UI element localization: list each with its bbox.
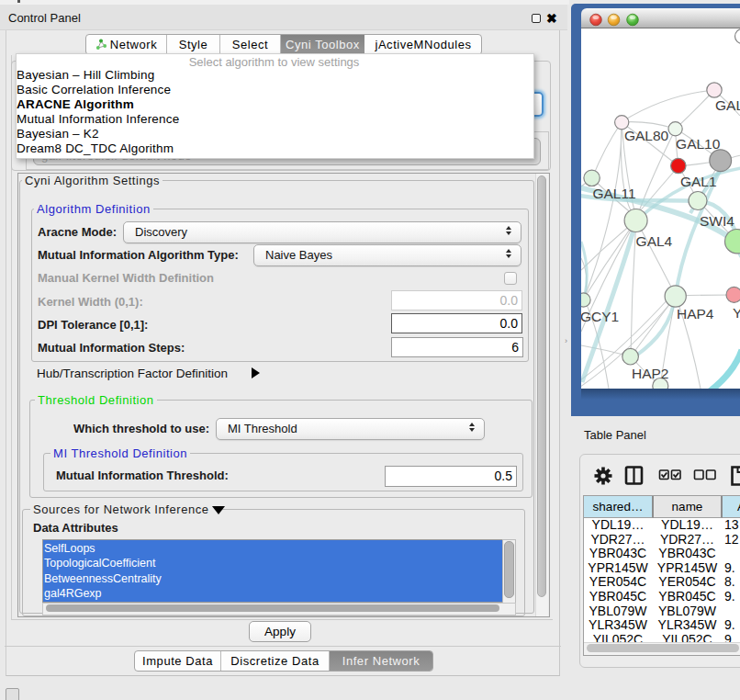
svg-text:GCY1: GCY1	[581, 309, 619, 324]
svg-text:SWI4: SWI4	[700, 213, 734, 229]
svg-text:GAL80: GAL80	[624, 128, 669, 143]
svg-text:Y: Y	[733, 305, 740, 321]
svg-text:HAP2: HAP2	[632, 366, 669, 381]
svg-text:GAL1: GAL1	[680, 174, 717, 189]
svg-text:GAL10: GAL10	[676, 136, 721, 152]
svg-text:GAL11: GAL11	[592, 186, 635, 201]
svg-text:GAL4: GAL4	[636, 233, 673, 249]
svg-text:GAL2: GAL2	[715, 97, 740, 113]
svg-text:HAP4: HAP4	[677, 306, 714, 322]
